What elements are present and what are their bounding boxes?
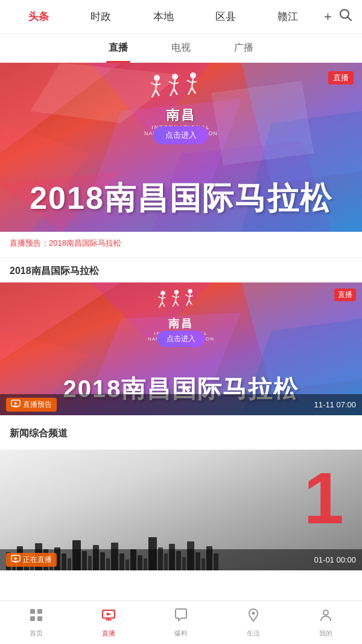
tab-live[interactable]: 直播	[87, 34, 150, 63]
svg-point-13	[154, 75, 160, 81]
svg-marker-61	[14, 557, 17, 560]
svg-rect-65	[37, 609, 42, 614]
svg-point-38	[160, 291, 165, 296]
svg-line-40	[159, 297, 162, 299]
card1-live-badge: 直播	[334, 289, 356, 301]
svg-point-50	[188, 289, 192, 294]
svg-line-18	[156, 90, 159, 96]
svg-marker-57	[14, 402, 17, 405]
bottom-nav-my[interactable]: 我的	[290, 607, 362, 638]
tab-radio[interactable]: 广播	[212, 34, 275, 63]
live-now-icon	[11, 555, 21, 565]
search-icon[interactable]	[337, 8, 355, 25]
svg-line-27	[187, 80, 192, 83]
nav-item-district[interactable]: 区县	[194, 10, 256, 24]
location-icon	[246, 607, 261, 626]
nav-item-headline[interactable]: 头条	[7, 10, 69, 24]
news-banner[interactable]: 1	[0, 450, 362, 570]
news-card-footer: 正在直播 01-01 00:00	[0, 549, 362, 570]
svg-line-55	[189, 301, 192, 305]
svg-line-30	[192, 88, 195, 94]
section2-label: 新闻综合频道	[0, 420, 362, 445]
live-now-badge: 正在直播	[6, 553, 57, 567]
svg-line-24	[174, 89, 177, 95]
preview-notice: 直播预告：2018南昌国际马拉松	[10, 238, 352, 249]
svg-rect-66	[30, 616, 35, 621]
channel-number: 1	[303, 462, 344, 534]
card1-time: 11-11 07:00	[314, 400, 356, 409]
svg-line-43	[162, 302, 165, 307]
top-nav: 头条 时政 本地 区县 赣江 +	[0, 0, 362, 34]
bottom-nav: 首页 直播 爆料 生活	[0, 601, 362, 644]
bottom-nav-life[interactable]: 生活	[217, 607, 290, 638]
user-icon	[318, 607, 334, 626]
svg-line-1	[348, 17, 351, 21]
live-badge: 直播	[328, 71, 354, 84]
life-label: 生活	[247, 629, 260, 638]
svg-line-23	[170, 89, 174, 96]
svg-line-52	[186, 295, 189, 297]
home-icon	[28, 607, 44, 626]
hero-title: 2018南昌国际马拉松	[0, 177, 362, 220]
live-icon	[101, 607, 116, 626]
nav-item-politics[interactable]: 时政	[69, 10, 132, 24]
preview-badge-label: 直播预告	[23, 400, 52, 410]
hero-banner[interactable]: 南昌 INTERNATIONAL NANCHANG MARATHON 直播 点击…	[0, 63, 362, 232]
bottom-nav-live[interactable]: 直播	[72, 607, 145, 638]
bottom-nav-baoliao[interactable]: 爆料	[145, 607, 217, 638]
svg-marker-12	[211, 81, 314, 165]
svg-line-54	[186, 301, 189, 306]
bottom-nav-home[interactable]: 首页	[0, 607, 72, 638]
svg-point-73	[323, 610, 328, 615]
svg-point-25	[190, 72, 196, 78]
svg-line-46	[172, 296, 176, 298]
nav-item-ganjiang[interactable]: 赣江	[257, 10, 319, 24]
nav-item-local[interactable]: 本地	[132, 10, 194, 24]
section-info: 直播预告：2018南昌国际马拉松	[0, 232, 362, 258]
svg-rect-67	[37, 616, 42, 621]
my-label: 我的	[319, 629, 332, 638]
card1-title: 2018南昌国际马拉松	[0, 258, 362, 282]
card1-container[interactable]: 南昌 INTERNATIONAL NANCHANG MARATHON 直播 点击…	[0, 282, 362, 415]
svg-line-49	[176, 301, 179, 306]
sub-nav: 直播 电视 广播	[0, 34, 362, 63]
svg-point-44	[174, 290, 179, 295]
tab-tv[interactable]: 电视	[150, 34, 212, 63]
preview-badge: 直播预告	[6, 398, 57, 412]
svg-line-21	[169, 81, 174, 84]
svg-marker-69	[107, 613, 112, 616]
svg-line-15	[151, 83, 156, 85]
svg-line-17	[152, 90, 156, 97]
card1-enter-button[interactable]: 点击进入	[157, 331, 205, 347]
news-card-time: 01-01 00:00	[314, 555, 356, 564]
svg-point-19	[172, 74, 178, 80]
live-now-label: 正在直播	[23, 555, 52, 565]
preview-icon	[11, 400, 21, 410]
chat-icon	[173, 607, 189, 626]
home-label: 首页	[30, 629, 43, 638]
svg-point-72	[252, 612, 255, 615]
card1-banner[interactable]: 南昌 INTERNATIONAL NANCHANG MARATHON 直播 点击…	[0, 282, 362, 415]
enter-button[interactable]: 点击进入	[153, 126, 209, 144]
add-category-button[interactable]: +	[319, 9, 337, 25]
live-label: 直播	[102, 629, 115, 638]
news-section[interactable]: 1	[0, 450, 362, 570]
runner-icon	[145, 72, 217, 108]
card1-footer: 直播预告 11-11 07:00	[0, 394, 362, 415]
svg-rect-64	[30, 609, 35, 614]
svg-line-48	[173, 301, 176, 307]
svg-line-29	[188, 88, 192, 95]
svg-line-42	[159, 302, 162, 308]
baoliao-label: 爆料	[174, 629, 188, 638]
